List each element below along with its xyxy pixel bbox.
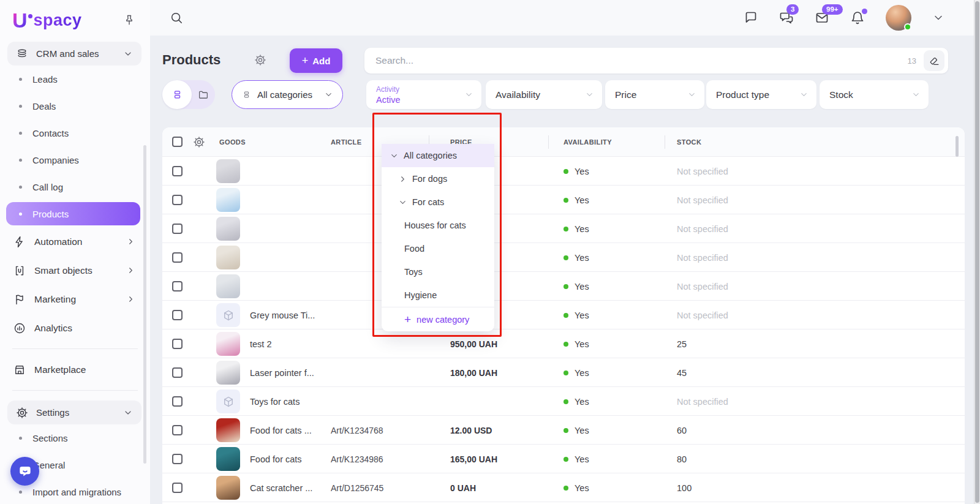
view-toggle (162, 80, 215, 109)
search-icon[interactable] (170, 11, 183, 24)
sidebar: U spacy CRM and sales Leads Deals Contac… (0, 0, 150, 504)
plus-icon: + (404, 314, 411, 325)
clear-search-button[interactable] (924, 50, 944, 71)
product-name[interactable]: Cat scratcher ... (250, 473, 312, 502)
column-header-availability[interactable]: AVAILABILITY (564, 138, 612, 146)
sidebar-scrollbar[interactable] (143, 145, 146, 464)
filter-activity[interactable]: Activity Active (366, 80, 481, 109)
activity-filter-value: Active (376, 95, 401, 105)
support-chat-button[interactable] (10, 457, 39, 486)
row-checkbox[interactable] (172, 483, 183, 493)
availability-dot (564, 227, 568, 231)
sidebar-item-companies[interactable]: Companies (0, 146, 150, 173)
notifications-button[interactable] (850, 10, 865, 25)
category-option-toys[interactable]: Toys (382, 260, 494, 284)
chevron-down-icon (123, 408, 133, 418)
sidebar-item-marketplace[interactable]: Marketplace (0, 355, 150, 384)
sidebar-item-contacts[interactable]: Contacts (0, 119, 150, 146)
sidebar-item-leads[interactable]: Leads (0, 66, 150, 92)
column-header-stock[interactable]: STOCK (677, 138, 701, 146)
row-checkbox[interactable] (172, 252, 183, 263)
product-name[interactable]: Food for cats ... (250, 416, 312, 445)
category-option-food[interactable]: Food (382, 237, 494, 260)
product-article: Art/K1234768 (331, 416, 383, 445)
category-option-all-categories[interactable]: All categories (382, 144, 494, 167)
add-label: Add (312, 56, 330, 66)
sidebar-item-sections[interactable]: Sections (0, 424, 150, 451)
mail-button[interactable]: 99+ (815, 10, 829, 25)
add-product-button[interactable]: + Add (290, 48, 342, 73)
product-name[interactable]: Food for cats (250, 445, 302, 473)
pin-sidebar-icon[interactable] (123, 14, 135, 26)
page-header: Products + Add 13 (150, 48, 974, 73)
row-checkbox[interactable] (172, 339, 183, 349)
storefront-icon (13, 364, 26, 376)
search-input[interactable] (375, 55, 900, 66)
row-checkbox[interactable] (172, 166, 183, 176)
product-name[interactable]: Laser pointer f... (250, 358, 314, 387)
list-view-button[interactable] (162, 80, 192, 109)
product-availability: Yes (564, 387, 589, 416)
sidebar-item-smart-objects[interactable]: Smart objects (0, 256, 150, 285)
category-option-houses-for-cats[interactable]: Houses for cats (382, 214, 494, 237)
product-name[interactable]: test 2 (250, 329, 271, 358)
row-checkbox[interactable] (172, 454, 183, 464)
messenger-button[interactable]: 3 (779, 10, 794, 25)
availability-dot (564, 284, 568, 289)
product-stock: Not specified (677, 272, 728, 301)
profile-chevron-down-icon[interactable] (932, 12, 944, 24)
uspacy-logo[interactable]: U spacy (12, 11, 82, 29)
bullet-dot (19, 437, 22, 440)
sidebar-item-automation[interactable]: Automation (0, 227, 150, 256)
row-checkbox[interactable] (172, 195, 183, 205)
filter-product-type[interactable]: Product type (706, 80, 816, 109)
product-thumbnail (216, 389, 240, 413)
category-option-for-dogs[interactable]: For dogs (382, 167, 494, 190)
availability-text: Yes (575, 310, 589, 320)
sidebar-item-call-log[interactable]: Call log (0, 173, 150, 200)
table-scrollbar[interactable] (956, 136, 959, 157)
filter-price[interactable]: Price (605, 80, 704, 109)
product-availability: Yes (564, 473, 589, 502)
logo-text: spacy (34, 11, 82, 29)
row-checkbox[interactable] (172, 224, 183, 234)
product-stock: Not specified (677, 186, 728, 214)
products-settings-gear-icon[interactable] (254, 54, 266, 66)
search-result-count: 13 (908, 56, 916, 66)
new-category-button[interactable]: + new category (382, 307, 494, 331)
product-name[interactable]: Grey mouse Ti... (250, 301, 315, 329)
row-checkbox[interactable] (172, 281, 183, 291)
column-header-article[interactable]: ARTICLE (331, 138, 361, 146)
row-checkbox[interactable] (172, 367, 183, 378)
category-option-hygiene[interactable]: Hygiene (382, 284, 494, 307)
column-header-goods[interactable]: GOODS (219, 138, 246, 146)
sidebar-item-crm-and-sales[interactable]: CRM and sales (7, 42, 141, 66)
table-row: Grey mouse Ti... 0 UAH Yes Not specified (162, 301, 965, 329)
category-option-for-cats[interactable]: For cats (382, 190, 494, 214)
browser-scrollbar[interactable] (974, 0, 980, 504)
filter-availability[interactable]: Availability (486, 80, 602, 109)
availability-dot (564, 169, 568, 174)
row-checkbox[interactable] (172, 310, 183, 320)
product-name[interactable]: Toys for cats (250, 387, 300, 416)
sidebar-item-settings[interactable]: Settings (7, 401, 141, 424)
table-row: 0 UAH Yes Not specified (162, 272, 965, 301)
folder-view-button[interactable] (192, 89, 215, 100)
sidebar-item-analytics[interactable]: Analytics (0, 314, 150, 342)
logo-dot (28, 14, 32, 18)
call-log-label: Call log (32, 182, 63, 192)
category-filter-select[interactable]: All categories (232, 80, 343, 109)
row-checkbox[interactable] (172, 396, 183, 407)
eraser-icon (929, 55, 940, 67)
sidebar-item-products[interactable]: Products (6, 202, 140, 225)
select-all-checkbox[interactable] (172, 137, 183, 147)
filter-stock[interactable]: Stock (820, 80, 929, 109)
user-avatar[interactable] (886, 5, 911, 31)
comments-button[interactable] (744, 10, 758, 25)
availability-dot (564, 399, 568, 404)
filter-row: All categories Activity Active Availabil… (150, 80, 974, 109)
sidebar-item-deals[interactable]: Deals (0, 92, 150, 119)
row-checkbox[interactable] (172, 425, 183, 435)
table-settings-gear-icon[interactable] (193, 136, 205, 148)
sidebar-item-marketing[interactable]: Marketing (0, 285, 150, 314)
